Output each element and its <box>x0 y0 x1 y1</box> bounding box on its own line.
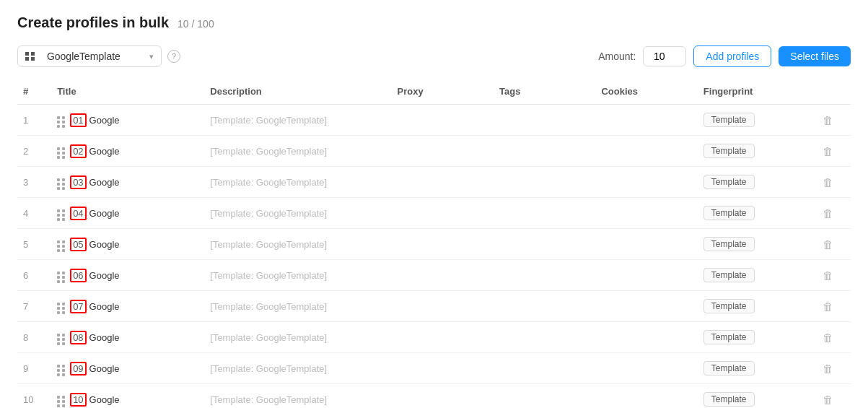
drag-handle-icon[interactable] <box>57 205 67 221</box>
row-description: [Template: GoogleTemplate] <box>204 322 391 353</box>
delete-icon[interactable]: 🗑 <box>823 145 833 157</box>
row-action: 🗑 <box>817 353 851 384</box>
row-desc-text: [Template: GoogleTemplate] <box>210 239 327 250</box>
fingerprint-badge[interactable]: Template <box>703 268 755 282</box>
windows-icon <box>25 52 35 61</box>
row-number: 4 <box>17 198 51 229</box>
row-title: 05 Google <box>51 229 204 260</box>
table-row: 1 01 Google [Template: GoogleTemplate] <box>17 105 851 136</box>
drag-handle-icon[interactable] <box>57 143 67 159</box>
row-title: 06 Google <box>51 260 204 291</box>
row-cookies <box>595 136 697 167</box>
row-tags <box>494 353 595 384</box>
select-files-button[interactable]: Select files <box>779 46 851 66</box>
add-profiles-button[interactable]: Add profiles <box>693 45 771 67</box>
row-description: [Template: GoogleTemplate] <box>204 198 391 229</box>
row-desc-text: [Template: GoogleTemplate] <box>210 270 327 281</box>
delete-icon[interactable]: 🗑 <box>823 207 833 220</box>
fingerprint-badge[interactable]: Template <box>703 330 755 344</box>
row-title: 02 Google <box>51 136 204 167</box>
drag-handle-icon[interactable] <box>57 329 67 345</box>
delete-icon[interactable]: 🗑 <box>823 363 833 375</box>
col-header-proxy: Proxy <box>392 79 494 105</box>
row-fingerprint: Template <box>698 105 817 136</box>
profiles-table: # Title Description Proxy Tags Cookies F… <box>17 79 851 408</box>
row-number: 3 <box>17 167 51 198</box>
col-header-description: Description <box>204 79 391 105</box>
row-cookies <box>595 105 697 136</box>
drag-handle-icon[interactable] <box>57 174 67 190</box>
col-header-fingerprint: Fingerprint <box>698 79 817 105</box>
fingerprint-badge[interactable]: Template <box>703 237 755 251</box>
fingerprint-badge[interactable]: Template <box>703 299 755 313</box>
row-title: 04 Google <box>51 198 204 229</box>
row-proxy <box>392 384 494 409</box>
toolbar-right: Amount: Add profiles Select files <box>598 45 851 67</box>
drag-handle-icon[interactable] <box>57 391 67 407</box>
row-badge: 09 <box>70 362 86 376</box>
fingerprint-badge[interactable]: Template <box>703 144 755 158</box>
row-action: 🗑 <box>817 384 851 409</box>
delete-icon[interactable]: 🗑 <box>823 238 833 251</box>
row-cookies <box>595 229 697 260</box>
drag-handle-icon[interactable] <box>57 112 67 128</box>
row-proxy <box>392 198 494 229</box>
row-description: [Template: GoogleTemplate] <box>204 105 391 136</box>
table-row: 8 08 Google [Template: GoogleTemplate] <box>17 322 851 353</box>
row-description: [Template: GoogleTemplate] <box>204 136 391 167</box>
row-title: 01 Google <box>51 105 204 136</box>
row-action: 🗑 <box>817 322 851 353</box>
amount-label: Amount: <box>598 51 636 62</box>
row-tags <box>494 198 595 229</box>
row-number: 1 <box>17 105 51 136</box>
delete-icon[interactable]: 🗑 <box>823 176 833 188</box>
row-desc-text: [Template: GoogleTemplate] <box>210 208 327 219</box>
row-fingerprint: Template <box>698 353 817 384</box>
template-select-dropdown[interactable]: GoogleTemplate ▾ <box>17 45 162 67</box>
row-number: 2 <box>17 136 51 167</box>
row-desc-text: [Template: GoogleTemplate] <box>210 177 327 188</box>
row-number: 9 <box>17 353 51 384</box>
fingerprint-badge[interactable]: Template <box>703 361 755 376</box>
row-title: 07 Google <box>51 291 204 322</box>
row-badge: 07 <box>70 300 86 313</box>
help-icon[interactable]: ? <box>167 50 180 63</box>
table-row: 10 10 Google [Template: GoogleTemplate] <box>17 384 851 409</box>
delete-icon[interactable]: 🗑 <box>823 269 833 282</box>
row-description: [Template: GoogleTemplate] <box>204 291 391 322</box>
row-name: Google <box>89 301 120 312</box>
drag-handle-icon[interactable] <box>57 360 67 376</box>
delete-icon[interactable]: 🗑 <box>823 331 833 344</box>
row-badge: 06 <box>70 269 86 282</box>
fingerprint-badge[interactable]: Template <box>703 206 755 220</box>
drag-handle-icon[interactable] <box>57 236 67 252</box>
row-cookies <box>595 260 697 291</box>
row-badge: 01 <box>70 113 86 127</box>
row-badge: 05 <box>70 238 86 251</box>
row-proxy <box>392 136 494 167</box>
delete-icon[interactable]: 🗑 <box>823 114 833 126</box>
row-tags <box>494 136 595 167</box>
row-fingerprint: Template <box>698 260 817 291</box>
fingerprint-badge[interactable]: Template <box>703 175 755 189</box>
fingerprint-badge[interactable]: Template <box>703 113 755 127</box>
row-tags <box>494 322 595 353</box>
row-fingerprint: Template <box>698 136 817 167</box>
amount-input[interactable] <box>643 46 686 66</box>
row-fingerprint: Template <box>698 322 817 353</box>
template-select-value: GoogleTemplate <box>47 51 145 62</box>
row-name: Google <box>89 332 120 343</box>
row-fingerprint: Template <box>698 229 817 260</box>
col-header-action <box>817 79 851 105</box>
row-proxy <box>392 229 494 260</box>
row-name: Google <box>89 208 120 219</box>
delete-icon[interactable]: 🗑 <box>823 394 833 406</box>
drag-handle-icon[interactable] <box>57 267 67 283</box>
toolbar: GoogleTemplate ▾ ? Amount: Add profiles … <box>17 45 851 67</box>
fingerprint-badge[interactable]: Template <box>703 392 755 407</box>
drag-handle-icon[interactable] <box>57 298 67 314</box>
table-row: 9 09 Google [Template: GoogleTemplate] <box>17 353 851 384</box>
row-badge: 08 <box>70 331 86 344</box>
delete-icon[interactable]: 🗑 <box>823 300 833 313</box>
row-number: 5 <box>17 229 51 260</box>
